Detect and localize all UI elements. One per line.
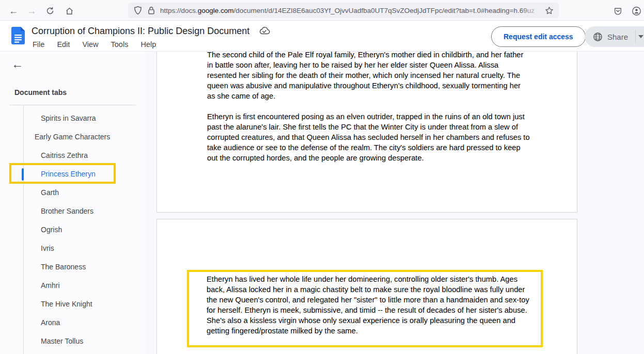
address-bar[interactable]: https://docs.google.com/document/d/14EZI… <box>128 3 559 18</box>
tab-ivris[interactable]: Ivris <box>0 239 146 258</box>
document-canvas: The second child of the Pale Elf royal f… <box>146 52 644 354</box>
tab-the-baroness[interactable]: The Baroness <box>0 258 146 276</box>
doc-line: She's also a kissless virgin whose only … <box>207 315 529 326</box>
doc-line: The second child of the Pale Elf royal f… <box>207 52 530 60</box>
globe-icon <box>593 32 603 42</box>
tab-the-hive-knight[interactable]: The Hive Knight <box>0 295 146 313</box>
tab-spirits-in-savarra[interactable]: Spirits in Savarra <box>0 109 146 127</box>
browser-back-icon[interactable]: ← <box>7 4 20 18</box>
annotation-box-paragraph: Etheryn has lived her whole life under h… <box>187 270 543 347</box>
doc-line: past the alarune's lair. She first tells… <box>207 122 530 132</box>
doc-line: Etheryn has lived her whole life under h… <box>207 274 529 284</box>
document-tabs-sidebar: ← Document tabs Spirits in Savarra Early… <box>0 52 146 354</box>
share-button[interactable]: Share <box>585 26 644 47</box>
shield-icon[interactable] <box>133 6 143 15</box>
tab-ogrish[interactable]: Ogrish <box>0 220 146 239</box>
tab-amhri[interactable]: Amhri <box>0 276 146 295</box>
sidebar-back-icon[interactable]: ← <box>11 58 23 70</box>
tab-early-game-characters[interactable]: Early Game Characters <box>0 127 146 146</box>
page1-text: The second child of the Pale Elf royal f… <box>207 52 530 163</box>
doc-line: queen was abusive and manipulative throu… <box>207 81 530 91</box>
google-docs-icon[interactable] <box>11 27 25 44</box>
url-fade <box>521 7 542 14</box>
doc-line: the new Queen's control, and relegated h… <box>207 295 529 305</box>
account-icon[interactable] <box>630 4 643 18</box>
document-tabs-heading: Document tabs <box>14 88 67 96</box>
share-button-main[interactable]: Share <box>585 26 635 47</box>
browser-reload-icon[interactable] <box>43 4 57 18</box>
doc-line: as she came of age. <box>207 91 530 101</box>
menu-help[interactable]: Help <box>136 39 160 50</box>
url-text: https://docs.google.com/document/d/14EZI… <box>160 7 542 14</box>
tab-brother-sanders[interactable]: Brother Sanders <box>0 202 146 220</box>
doc-line: out the corrupted hordes, and the people… <box>207 153 530 163</box>
doc-line: in battle soon after, leaving her to be … <box>207 60 530 70</box>
menu-file[interactable]: File <box>32 39 49 50</box>
pocket-icon[interactable] <box>611 4 624 18</box>
document-page-1: The second child of the Pale Elf royal f… <box>156 52 577 213</box>
menu-view[interactable]: View <box>78 39 102 50</box>
highlighted-paragraph: Etheryn has lived her whole life under h… <box>207 274 529 336</box>
share-dropdown-caret-icon[interactable] <box>636 26 644 47</box>
doc-line: Etheryn is first encountered posing as a… <box>207 111 530 122</box>
request-edit-access-button[interactable]: Request edit access <box>491 26 586 47</box>
lock-icon[interactable] <box>147 6 156 15</box>
doc-line: resented her sibling for the death of th… <box>207 70 530 81</box>
tab-list: Spirits in Savarra Early Game Characters… <box>0 109 146 350</box>
paragraph-gap <box>207 101 530 111</box>
doc-line: corrupted creatures, and that Queen Alis… <box>207 132 530 142</box>
menu-tools[interactable]: Tools <box>107 39 133 50</box>
browser-forward-icon[interactable]: → <box>25 4 38 18</box>
tab-master-tollus[interactable]: Master Tollus <box>0 332 146 350</box>
sidebar-divider <box>9 105 136 105</box>
browser-toolbar: ← → https://docs.google.com/document/d/1… <box>0 0 644 21</box>
doc-line: back, Alissa locked her in a magic chast… <box>207 284 529 295</box>
doc-line: getting fingered/prostate milked by the … <box>207 326 529 336</box>
cloud-saved-icon <box>259 26 270 36</box>
menu-edit[interactable]: Edit <box>53 39 74 50</box>
bookmark-star-icon[interactable] <box>545 6 554 15</box>
doc-line: for herself. Etheryn is meek, submissive… <box>207 305 529 315</box>
tab-caitriss-zethra[interactable]: Caitriss Zethra <box>0 146 146 165</box>
document-page-2: Etheryn has lived her whole life under h… <box>156 219 577 354</box>
browser-home-icon[interactable] <box>62 4 76 18</box>
document-title: Corruption of Champions II: Public Desig… <box>32 26 249 37</box>
share-button-label: Share <box>607 33 628 41</box>
tab-arona[interactable]: Arona <box>0 313 146 332</box>
docs-header: Corruption of Champions II: Public Desig… <box>0 21 644 52</box>
tab-garth[interactable]: Garth <box>0 183 146 202</box>
menu-bar: File Edit View Tools Help <box>32 39 164 50</box>
doc-line: take audience or see to the defense of t… <box>207 142 530 153</box>
active-tab-indicator <box>22 168 24 181</box>
